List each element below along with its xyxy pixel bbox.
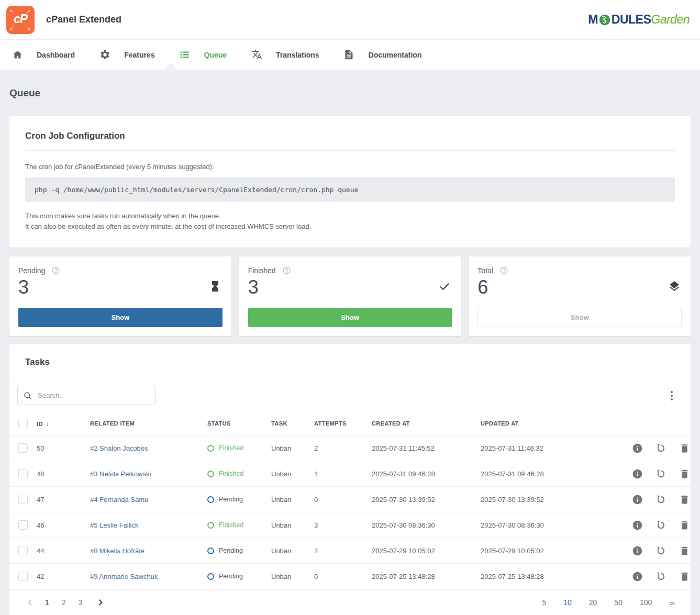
- help-icon[interactable]: [51, 266, 60, 275]
- row-checkbox[interactable]: [18, 443, 28, 453]
- col-header-id[interactable]: ID↓: [37, 411, 90, 435]
- page-size-selector: 5 10 20 50 100 ∞: [525, 598, 675, 607]
- trash-icon: [679, 545, 690, 556]
- cell-task: Unban: [271, 487, 314, 512]
- table-options-kebab-icon[interactable]: [665, 389, 678, 402]
- cpanel-logo: ↖ ↗ ↙ ↘ cP: [6, 6, 35, 34]
- delete-button[interactable]: [678, 544, 691, 557]
- status-ring-icon: [207, 471, 214, 477]
- page-size-option-infinity[interactable]: ∞: [669, 598, 675, 607]
- cron-card-title: Cron Job Configuration: [25, 131, 675, 151]
- trash-icon: [679, 443, 690, 454]
- tasks-title: Tasks: [9, 344, 691, 376]
- retry-button[interactable]: [654, 519, 667, 531]
- retry-icon: [655, 571, 666, 582]
- delete-button[interactable]: [678, 442, 691, 454]
- col-header-updated-at[interactable]: UPDATED AT: [481, 411, 580, 435]
- page-size-option[interactable]: 5: [542, 598, 546, 607]
- finished-label: Finished: [248, 266, 276, 275]
- retry-button[interactable]: [654, 493, 667, 506]
- delete-button[interactable]: [678, 519, 691, 531]
- col-header-created-at[interactable]: CREATED AT: [372, 411, 481, 435]
- retry-icon: [655, 468, 666, 479]
- row-checkbox[interactable]: [18, 520, 28, 530]
- related-item-link[interactable]: #9 Annmarie Sawchuk: [90, 573, 158, 580]
- page-size-option[interactable]: 10: [563, 598, 572, 607]
- nav-item-documentation[interactable]: Documentation: [343, 49, 422, 61]
- expand-arrow-icon: ↙: [10, 26, 14, 31]
- page-number[interactable]: 1: [45, 598, 49, 607]
- retry-button[interactable]: [654, 544, 667, 557]
- col-header-related-item[interactable]: RELATED ITEM: [90, 411, 207, 435]
- info-button[interactable]: [631, 442, 644, 454]
- status-badge: Pending: [207, 496, 271, 503]
- retry-button[interactable]: [654, 442, 667, 454]
- col-header-task[interactable]: TASK: [271, 411, 314, 435]
- trash-icon: [679, 468, 690, 479]
- modulesgarden-logo: M DULES Garden: [588, 13, 690, 27]
- cell-attempts: 2: [314, 435, 372, 461]
- row-checkbox[interactable]: [18, 469, 28, 478]
- nav-item-queue[interactable]: Queue: [179, 49, 227, 61]
- page-size-option[interactable]: 20: [589, 598, 597, 607]
- trash-icon: [679, 520, 690, 531]
- info-button[interactable]: [631, 519, 644, 531]
- info-button[interactable]: [631, 570, 644, 583]
- select-all-checkbox[interactable]: [18, 419, 28, 428]
- row-checkbox[interactable]: [18, 546, 28, 555]
- related-item-link[interactable]: #2 Shalon Jacobos: [90, 444, 148, 452]
- nav-item-features[interactable]: Features: [99, 49, 154, 61]
- cell-created-at: 2025-07-30 08:36:30: [372, 512, 481, 538]
- cell-created-at: 2025-07-25 13:48:28: [372, 564, 481, 589]
- page-size-option[interactable]: 100: [640, 598, 652, 607]
- show-finished-button[interactable]: Show: [248, 308, 452, 327]
- retry-icon: [655, 545, 666, 556]
- related-item-link[interactable]: #4 Fernanda Samu: [90, 496, 148, 504]
- cell-task: Unban: [271, 461, 314, 487]
- help-icon[interactable]: [499, 266, 508, 275]
- retry-button[interactable]: [654, 467, 667, 480]
- info-icon: [632, 520, 643, 531]
- delete-button[interactable]: [678, 570, 691, 583]
- page-title: Queue: [9, 87, 691, 99]
- col-header-attempts[interactable]: ATTEMPTS: [314, 411, 372, 435]
- col-header-status[interactable]: STATUS: [207, 411, 271, 435]
- page-number[interactable]: 3: [79, 598, 83, 607]
- show-total-button[interactable]: Show: [477, 308, 682, 327]
- list-icon: [179, 49, 190, 61]
- nav-item-translations[interactable]: Translations: [251, 49, 319, 61]
- info-button[interactable]: [631, 544, 644, 557]
- brand-text-dules: DULES: [612, 13, 651, 27]
- related-item-link[interactable]: #3 Nelida Pelkowski: [90, 470, 151, 478]
- related-item-link[interactable]: #8 Miķelis Hofrāte: [90, 547, 145, 555]
- nav-item-dashboard[interactable]: Dashboard: [12, 49, 75, 61]
- search-icon: [23, 391, 32, 400]
- sort-desc-icon: ↓: [46, 420, 50, 428]
- info-button[interactable]: [631, 493, 644, 506]
- next-page-chevron-icon[interactable]: [95, 597, 105, 608]
- total-stat-card: Total 6 Show: [469, 256, 691, 336]
- cell-updated-at: 2025-07-31 11:46:32: [481, 435, 580, 461]
- row-checkbox[interactable]: [18, 572, 28, 581]
- retry-icon: [655, 443, 666, 454]
- retry-button[interactable]: [654, 570, 667, 583]
- delete-button[interactable]: [678, 493, 691, 506]
- info-icon: [632, 545, 643, 556]
- prev-page-chevron-icon[interactable]: [25, 597, 36, 608]
- related-item-link[interactable]: #5 Leslie Fallick: [90, 521, 139, 529]
- tasks-table: ID↓ RELATED ITEM STATUS TASK ATTEMPTS CR…: [9, 411, 691, 589]
- page-number[interactable]: 2: [62, 598, 66, 607]
- show-pending-button[interactable]: Show: [18, 308, 223, 327]
- pending-count: 3: [18, 276, 29, 299]
- search-box[interactable]: [17, 386, 155, 405]
- row-checkbox[interactable]: [18, 495, 28, 504]
- stats-row: Pending 3 Show Finished 3: [9, 256, 691, 336]
- delete-button[interactable]: [678, 467, 691, 480]
- help-icon[interactable]: [282, 266, 291, 275]
- table-row: 42 #9 Annmarie Sawchuk Pending Unban 0 2…: [9, 564, 691, 589]
- cell-task: Unban: [271, 538, 314, 564]
- page-size-option[interactable]: 50: [614, 598, 623, 607]
- info-button[interactable]: [631, 467, 644, 480]
- status-badge: Finished: [207, 521, 271, 529]
- search-input[interactable]: [38, 392, 150, 399]
